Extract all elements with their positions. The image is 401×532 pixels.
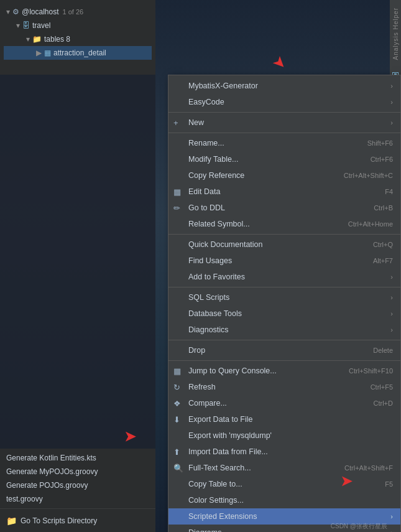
menu-item-diagnostics[interactable]: Diagnostics › bbox=[168, 322, 400, 338]
menu-item-find-usages[interactable]: Find Usages Alt+F7 bbox=[168, 253, 400, 269]
tree-item-travel[interactable]: ▾ 🗄 travel bbox=[4, 19, 152, 32]
export-icon: ⬇ bbox=[173, 415, 180, 424]
watermark: CSDN @张夜行星辰 bbox=[331, 522, 387, 531]
menu-item-rename[interactable]: Rename... Shift+F6 bbox=[168, 135, 400, 151]
folder-icon: 📁 bbox=[6, 516, 17, 526]
script-item-mypojos[interactable]: Generate MyPOJOs.groovy bbox=[0, 465, 155, 478]
menu-item-copy-table[interactable]: Copy Table to... F5 bbox=[168, 476, 400, 492]
table-icon: ▦ bbox=[173, 187, 181, 197]
separator-4 bbox=[168, 287, 400, 287]
separator-2 bbox=[168, 133, 400, 133]
menu-item-new[interactable]: + New › bbox=[168, 114, 400, 131]
menu-item-drop[interactable]: Drop Delete bbox=[168, 342, 400, 358]
menu-item-modify-table[interactable]: Modify Table... Ctrl+F6 bbox=[168, 151, 400, 167]
menu-item-import-file[interactable]: ⬆ Import Data from File... bbox=[168, 444, 400, 460]
helper-label: Analysis Helper bbox=[392, 7, 399, 60]
separator-1 bbox=[168, 112, 400, 113]
script-list: Generate Kotlin Entities.kts Generate My… bbox=[0, 449, 155, 508]
tree-item-tables[interactable]: ▾ 📁 tables 8 bbox=[4, 32, 152, 46]
menu-item-fulltext-search[interactable]: 🔍 Full-Text Search... Ctrl+Alt+Shift+F bbox=[168, 460, 400, 476]
menu-item-edit-data[interactable]: ▦ Edit Data F4 bbox=[168, 184, 400, 200]
import-icon: ⬆ bbox=[173, 447, 180, 457]
menu-item-export-file[interactable]: ⬇ Export Data to File bbox=[168, 411, 400, 427]
menu-item-quick-doc[interactable]: Quick Documentation Ctrl+Q bbox=[168, 236, 400, 253]
tree-view: ▾ ⚙ @localhost 1 of 26 ▾ 🗄 travel ▾ 📁 ta… bbox=[0, 0, 155, 75]
menu-item-jump-query[interactable]: ▦ Jump to Query Console... Ctrl+Shift+F1… bbox=[168, 363, 400, 379]
compare-icon: ❖ bbox=[173, 399, 181, 408]
menu-item-refresh[interactable]: ↻ Refresh Ctrl+F5 bbox=[168, 379, 400, 395]
menu-item-compare[interactable]: ❖ Compare... Ctrl+D bbox=[168, 395, 400, 411]
script-item-kotlin[interactable]: Generate Kotlin Entities.kts bbox=[0, 451, 155, 465]
script-item-pojos[interactable]: Generate POJOs.groovy bbox=[0, 478, 155, 492]
context-menu: MybatisX-Generator › EasyCode › + New › … bbox=[168, 75, 401, 532]
menu-item-easycode[interactable]: EasyCode › bbox=[168, 94, 400, 110]
separator-5 bbox=[168, 340, 400, 340]
tree-item-localhost[interactable]: ▾ ⚙ @localhost 1 of 26 bbox=[4, 5, 152, 19]
tree-item-attraction[interactable]: ▶ ▦ attraction_detail bbox=[4, 46, 152, 60]
edit-icon: ✏ bbox=[173, 203, 180, 213]
plus-icon: + bbox=[173, 118, 178, 128]
script-item-test[interactable]: test.groovy bbox=[0, 492, 155, 506]
menu-item-copy-reference[interactable]: Copy Reference Ctrl+Alt+Shift+C bbox=[168, 167, 400, 184]
refresh-icon: ↻ bbox=[173, 383, 180, 392]
menu-item-goto-ddl[interactable]: ✏ Go to DDL Ctrl+B bbox=[168, 200, 400, 216]
goto-scripts-button[interactable]: 📁 Go To Scripts Directory bbox=[0, 508, 155, 532]
menu-item-color-settings[interactable]: Color Settings... bbox=[168, 492, 400, 508]
menu-item-mybatisx[interactable]: MybatisX-Generator › bbox=[168, 78, 400, 94]
menu-item-related-symbol[interactable]: Related Symbol... Ctrl+Alt+Home bbox=[168, 216, 400, 232]
search-icon: 🔍 bbox=[173, 464, 183, 473]
menu-item-db-tools[interactable]: Database Tools › bbox=[168, 306, 400, 322]
menu-item-sql-scripts[interactable]: SQL Scripts › bbox=[168, 289, 400, 306]
menu-item-add-favorites[interactable]: Add to Favorites › bbox=[168, 269, 400, 285]
separator-6 bbox=[168, 360, 400, 361]
separator-3 bbox=[168, 234, 400, 235]
menu-item-export-mysql[interactable]: Export with 'mysqldump' bbox=[168, 427, 400, 444]
query-icon: ▦ bbox=[173, 366, 181, 376]
